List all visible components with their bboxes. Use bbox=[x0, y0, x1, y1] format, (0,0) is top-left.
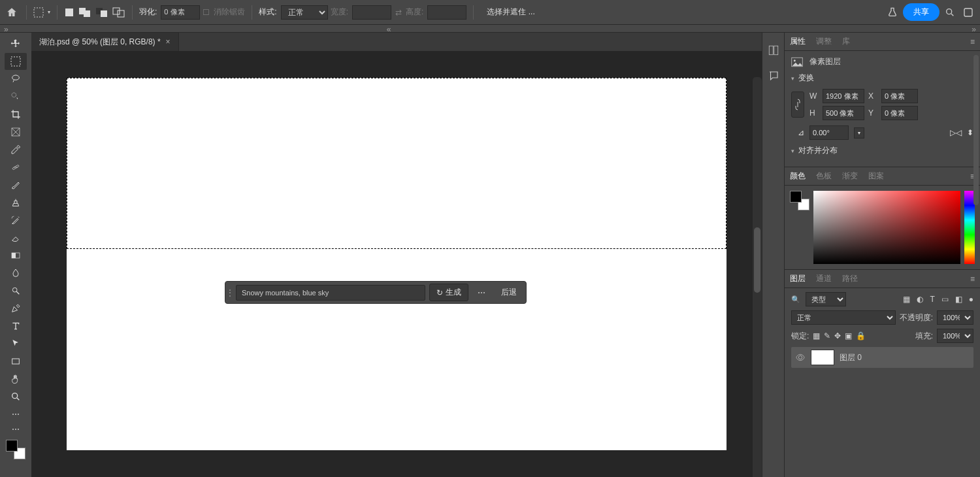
panel-icon[interactable] bbox=[768, 44, 779, 58]
filter-type-icon[interactable]: T bbox=[930, 295, 934, 304]
filter-adjustment-icon[interactable]: ◐ bbox=[917, 295, 923, 304]
tab-paths[interactable]: 路径 bbox=[842, 273, 858, 284]
chevron-right-icon[interactable]: » bbox=[972, 25, 976, 32]
workspace-icon[interactable] bbox=[960, 5, 976, 20]
more-tools[interactable]: ⋯ bbox=[5, 406, 27, 423]
tab-properties[interactable]: 属性 bbox=[790, 36, 806, 47]
clone-stamp-tool[interactable] bbox=[5, 194, 27, 211]
filter-smart-icon[interactable]: ◧ bbox=[955, 295, 962, 304]
visibility-icon[interactable] bbox=[795, 352, 806, 363]
scrollbar[interactable] bbox=[753, 77, 762, 477]
path-select-tool[interactable] bbox=[5, 335, 27, 352]
layer-name[interactable]: 图层 0 bbox=[840, 352, 862, 363]
history-brush-tool[interactable] bbox=[5, 212, 27, 229]
dodge-tool[interactable] bbox=[5, 282, 27, 299]
filter-pixel-icon[interactable]: ▦ bbox=[903, 295, 910, 304]
tab-color[interactable]: 颜色 bbox=[790, 171, 806, 182]
align-section-header[interactable]: 对齐并分布 bbox=[791, 145, 973, 156]
transform-section-header[interactable]: 变换 bbox=[791, 73, 973, 84]
rotation-input[interactable] bbox=[809, 125, 849, 140]
blend-mode-select[interactable]: 正常 bbox=[791, 310, 896, 325]
beaker-icon[interactable] bbox=[885, 5, 900, 20]
canvas[interactable] bbox=[67, 78, 727, 450]
close-icon[interactable]: × bbox=[166, 37, 171, 46]
generative-prompt-input[interactable] bbox=[236, 285, 425, 301]
blur-tool[interactable] bbox=[5, 265, 27, 282]
flip-horizontal-icon[interactable]: ▷◁ bbox=[950, 128, 962, 137]
height-input[interactable] bbox=[823, 106, 864, 120]
lock-all-icon[interactable]: 🔒 bbox=[856, 331, 866, 340]
color-swatches[interactable] bbox=[6, 440, 25, 459]
dropdown-caret-icon[interactable]: ▾ bbox=[854, 127, 864, 139]
quick-select-tool[interactable] bbox=[5, 88, 27, 105]
color-fgbg-swatch[interactable] bbox=[790, 191, 809, 210]
more-options-button[interactable]: ⋯ bbox=[472, 286, 491, 300]
type-tool[interactable] bbox=[5, 318, 27, 335]
document-tab[interactable]: 湖泊.psd @ 50% (图层 0, RGB/8) * × bbox=[31, 33, 179, 51]
opacity-input[interactable]: 100% bbox=[937, 310, 973, 325]
search-icon[interactable] bbox=[942, 5, 958, 20]
dropdown-caret-icon[interactable]: ▾ bbox=[48, 9, 50, 15]
flip-vertical-icon[interactable]: ⬍ bbox=[967, 128, 973, 137]
back-button[interactable]: 后退 bbox=[495, 284, 523, 301]
color-field[interactable] bbox=[813, 191, 960, 264]
panel-menu-icon[interactable]: ≡ bbox=[970, 37, 975, 46]
comment-icon[interactable] bbox=[768, 70, 779, 84]
healing-brush-tool[interactable] bbox=[5, 159, 27, 176]
layer-filter-select[interactable]: 类型 bbox=[806, 292, 846, 306]
grip-icon[interactable]: ⋮ bbox=[228, 286, 232, 300]
filter-shape-icon[interactable]: ▭ bbox=[941, 295, 949, 304]
fill-input[interactable]: 100% bbox=[937, 329, 973, 343]
share-button[interactable]: 共享 bbox=[903, 3, 939, 21]
eraser-tool[interactable] bbox=[5, 229, 27, 246]
eyedropper-tool[interactable] bbox=[5, 141, 27, 158]
panel-menu-icon[interactable]: ≡ bbox=[970, 274, 975, 284]
generate-button[interactable]: ↻ 生成 bbox=[429, 284, 468, 301]
search-icon[interactable]: 🔍 bbox=[791, 295, 800, 304]
link-aspect-icon[interactable] bbox=[791, 91, 804, 118]
pen-tool[interactable] bbox=[5, 300, 27, 317]
move-tool[interactable] bbox=[5, 35, 27, 52]
zoom-tool[interactable] bbox=[5, 388, 27, 405]
chevron-left-icon[interactable]: « bbox=[387, 25, 391, 32]
chevron-right-icon[interactable]: » bbox=[4, 25, 8, 32]
tab-libraries[interactable]: 库 bbox=[842, 36, 850, 47]
marquee-tool[interactable] bbox=[5, 53, 27, 70]
filter-toggle-icon[interactable]: ● bbox=[969, 295, 973, 304]
lasso-tool[interactable] bbox=[5, 71, 27, 88]
panel-scrollbar[interactable] bbox=[973, 55, 979, 205]
style-select[interactable]: 正常 bbox=[281, 5, 328, 20]
hand-tool[interactable] bbox=[5, 370, 27, 387]
layer-thumbnail[interactable] bbox=[811, 350, 834, 365]
tab-gradients[interactable]: 渐变 bbox=[842, 171, 858, 182]
add-selection-icon[interactable] bbox=[78, 7, 91, 18]
contextual-task-bar[interactable]: ⋮ ↻ 生成 ⋯ 后退 bbox=[225, 281, 527, 304]
y-input[interactable] bbox=[881, 106, 918, 120]
tab-channels[interactable]: 通道 bbox=[816, 273, 832, 284]
foreground-color[interactable] bbox=[6, 440, 18, 452]
x-input[interactable] bbox=[881, 89, 918, 103]
rectangle-tool[interactable] bbox=[5, 353, 27, 370]
brush-tool[interactable] bbox=[5, 176, 27, 193]
subtract-selection-icon[interactable] bbox=[95, 7, 108, 18]
new-selection-icon[interactable] bbox=[64, 7, 74, 18]
gradient-tool[interactable] bbox=[5, 247, 27, 264]
intersect-selection-icon[interactable] bbox=[112, 7, 125, 18]
tab-layers[interactable]: 图层 bbox=[790, 273, 806, 284]
layer-row[interactable]: 图层 0 bbox=[791, 347, 973, 368]
edit-toolbar[interactable]: ⋯ bbox=[5, 423, 27, 435]
tab-swatches[interactable]: 色板 bbox=[816, 171, 832, 182]
width-input[interactable] bbox=[823, 89, 864, 103]
tab-patterns[interactable]: 图案 bbox=[868, 171, 884, 182]
lock-artboard-icon[interactable]: ▣ bbox=[845, 331, 852, 340]
lock-pixels-icon[interactable]: ✎ bbox=[824, 331, 830, 340]
home-button[interactable] bbox=[4, 5, 20, 20]
frame-tool[interactable] bbox=[5, 123, 27, 140]
crop-tool[interactable] bbox=[5, 106, 27, 123]
feather-input[interactable] bbox=[161, 5, 200, 20]
lock-position-icon[interactable]: ✥ bbox=[834, 331, 841, 340]
canvas-viewport[interactable]: ⋮ ↻ 生成 ⋯ 后退 bbox=[31, 51, 762, 477]
select-and-mask-button[interactable]: 选择并遮住 ... bbox=[480, 5, 541, 20]
lock-transparent-icon[interactable]: ▦ bbox=[813, 331, 820, 340]
tab-adjustments[interactable]: 调整 bbox=[816, 36, 832, 47]
